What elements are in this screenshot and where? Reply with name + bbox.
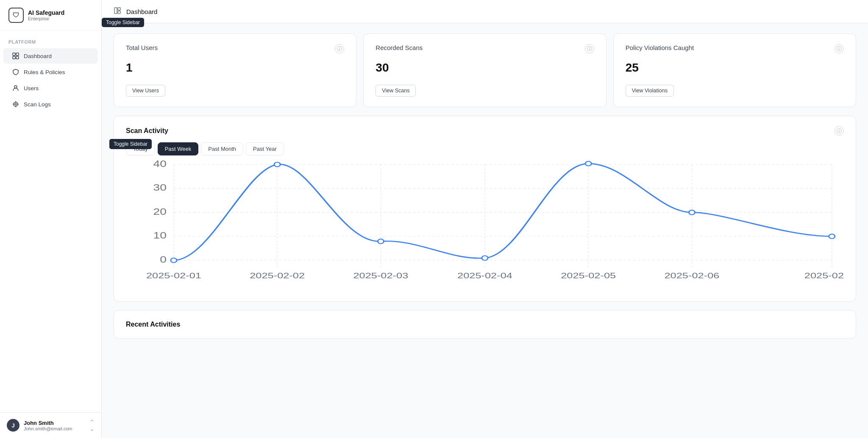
sidebar-dashboard-label: Dashboard [24, 53, 52, 59]
app-name: AI Safeguard [28, 9, 64, 16]
scan-activity-chart: 40 30 20 10 0 2025-02-01 2025-02-02 2025… [126, 155, 844, 291]
main-content: Dashboard Toggle Sidebar Total Users ⓘ 1… [102, 0, 868, 438]
stat-value-scans: 30 [376, 61, 594, 75]
stat-title-users: Total Users [126, 44, 158, 51]
svg-point-38 [171, 258, 177, 263]
recent-activities-card: Recent Activities [114, 310, 856, 339]
avatar: J [7, 419, 19, 432]
info-icon-users[interactable]: ⓘ [335, 44, 344, 53]
svg-point-40 [378, 239, 384, 244]
svg-rect-12 [118, 8, 120, 10]
filter-tabs: Today Past Week Past Month Past Year [126, 142, 844, 155]
platform-section-label: Platform [0, 31, 101, 48]
topbar: Dashboard Toggle Sidebar [102, 0, 868, 23]
svg-text:2025-02-01: 2025-02-01 [146, 271, 201, 280]
layout-icon[interactable] [114, 7, 121, 16]
user-icon [12, 84, 19, 92]
sidebar: 🛡 AI Safeguard Enterprise Platform Dashb… [0, 0, 102, 438]
svg-text:2025-02-07: 2025-02-07 [804, 271, 844, 280]
svg-text:10: 10 [153, 230, 167, 241]
filter-past-month[interactable]: Past Month [201, 142, 243, 155]
dashboard-content: Total Users ⓘ 1 View Users Recorded Scan… [102, 23, 868, 358]
stat-card-header-users: Total Users ⓘ [126, 44, 344, 53]
sidebar-rules-label: Rules & Policies [24, 69, 65, 75]
user-email: John.smith@email.com [24, 426, 72, 431]
chevron-updown-icon[interactable]: ⌃⌄ [89, 419, 95, 432]
sidebar-item-scanlogs[interactable]: Scan Logs [3, 97, 98, 112]
view-violations-button[interactable]: View Violations [626, 85, 674, 97]
stat-card-header-scans: Recorded Scans ⓘ [376, 44, 594, 53]
info-icon-scans[interactable]: ⓘ [585, 44, 594, 53]
user-name: John Smith [24, 420, 72, 426]
stat-value-violations: 25 [626, 61, 844, 75]
recent-activities-title: Recent Activities [126, 321, 844, 328]
stat-card-total-users: Total Users ⓘ 1 View Users [114, 33, 356, 107]
svg-text:2025-02-05: 2025-02-05 [561, 271, 616, 280]
svg-point-44 [829, 234, 835, 239]
svg-rect-1 [16, 53, 19, 55]
logo-text: AI Safeguard Enterprise [28, 9, 64, 21]
filter-today[interactable]: Today [126, 142, 155, 155]
stats-row: Total Users ⓘ 1 View Users Recorded Scan… [114, 33, 856, 107]
svg-text:2025-02-03: 2025-02-03 [353, 271, 408, 280]
svg-point-42 [585, 161, 591, 166]
svg-text:2025-02-04: 2025-02-04 [457, 271, 512, 280]
sidebar-item-dashboard[interactable]: Dashboard [3, 48, 98, 64]
svg-rect-2 [13, 56, 15, 59]
svg-point-5 [14, 102, 18, 106]
svg-text:30: 30 [153, 183, 167, 193]
svg-rect-0 [13, 53, 15, 55]
svg-point-4 [14, 86, 17, 88]
scan-icon [12, 100, 19, 108]
svg-point-39 [274, 162, 280, 167]
logo-area: 🛡 AI Safeguard Enterprise [0, 0, 101, 31]
app-tier: Enterprise [28, 16, 64, 21]
shield-icon [12, 68, 19, 76]
chart-svg: 40 30 20 10 0 2025-02-01 2025-02-02 2025… [126, 155, 844, 291]
stat-title-scans: Recorded Scans [376, 44, 423, 51]
activity-header: Scan Activity ⓘ [126, 126, 844, 136]
stat-card-header-violations: Policy Violations Caught ⓘ [626, 44, 844, 53]
svg-rect-3 [16, 56, 19, 59]
filter-past-week[interactable]: Past Week [158, 142, 199, 155]
svg-text:2025-02-02: 2025-02-02 [250, 271, 305, 280]
scan-activity-title: Scan Activity [126, 127, 168, 135]
sidebar-item-rules[interactable]: Rules & Policies [3, 64, 98, 80]
page-title: Dashboard [126, 8, 157, 15]
view-scans-button[interactable]: View Scans [376, 85, 416, 97]
stat-card-violations: Policy Violations Caught ⓘ 25 View Viola… [613, 33, 856, 107]
info-icon-activity[interactable]: ⓘ [835, 126, 844, 136]
sidebar-scanlogs-label: Scan Logs [24, 101, 51, 108]
svg-rect-11 [114, 8, 117, 14]
sidebar-users-label: Users [24, 85, 39, 91]
info-icon-violations[interactable]: ⓘ [835, 44, 844, 53]
user-info-area: J John Smith John.smith@email.com [7, 419, 72, 432]
sidebar-footer: J John Smith John.smith@email.com ⌃⌄ [0, 412, 101, 438]
stat-card-recorded-scans: Recorded Scans ⓘ 30 View Scans [363, 33, 606, 107]
view-users-button[interactable]: View Users [126, 85, 165, 97]
svg-rect-13 [118, 11, 120, 14]
stat-value-users: 1 [126, 61, 344, 75]
user-details: John Smith John.smith@email.com [24, 420, 72, 431]
app-logo-icon: 🛡 [8, 8, 24, 23]
svg-text:2025-02-06: 2025-02-06 [664, 271, 719, 280]
filter-past-year[interactable]: Past Year [246, 142, 284, 155]
svg-text:20: 20 [153, 206, 167, 216]
stat-title-violations: Policy Violations Caught [626, 44, 694, 51]
svg-point-43 [689, 210, 695, 215]
svg-point-6 [15, 103, 17, 105]
sidebar-item-users[interactable]: Users [3, 80, 98, 96]
svg-text:40: 40 [153, 158, 167, 169]
svg-point-41 [482, 256, 488, 261]
scan-activity-card: Scan Activity ⓘ Today Past Week Past Mon… [114, 116, 856, 302]
grid-icon [12, 52, 19, 60]
svg-text:0: 0 [160, 254, 167, 264]
